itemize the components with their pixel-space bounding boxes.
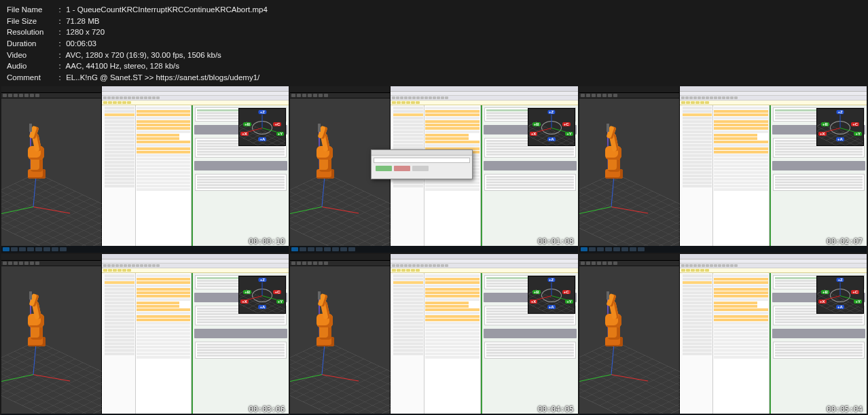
- windows-taskbar: [579, 246, 867, 253]
- viewport-canvas[interactable]: [290, 266, 390, 415]
- robot-arm-icon: [16, 294, 56, 352]
- extra-button[interactable]: [412, 166, 429, 171]
- axis-z-icon: +Z: [547, 110, 555, 114]
- axis-gizmo-overlay: +Z +B +C +X +Y +A: [528, 276, 575, 314]
- ide-toolbar: [102, 96, 289, 101]
- axis-z-icon: +Z: [836, 278, 844, 282]
- video-thumbnail[interactable]: +Z +B +C +X +Y +A 00:02:07: [579, 86, 867, 253]
- viewport-toolbar: [1, 261, 101, 266]
- viewport-titlebar: [290, 254, 390, 261]
- axis-a-icon: +A: [836, 137, 844, 141]
- label-file-name: File Name: [7, 4, 56, 16]
- windows-taskbar: [290, 246, 577, 253]
- start-button-icon[interactable]: [3, 247, 10, 251]
- viewport-titlebar: [1, 254, 101, 261]
- value-duration: 00:06:03: [66, 39, 96, 48]
- value-audio: AAC, 44100 Hz, stereo, 128 kb/s: [66, 62, 179, 70]
- viewport-pane: [579, 254, 680, 415]
- code-editor[interactable]: +Z +B +C +X +Y +A: [770, 105, 867, 247]
- axis-y-icon: +Y: [565, 300, 573, 304]
- ide-secondary-toolbar: [102, 101, 289, 105]
- axis-a-icon: +A: [547, 137, 556, 141]
- axis-y-icon: +Y: [565, 132, 573, 136]
- timestamp-overlay: 00:00:10: [249, 237, 285, 246]
- code-tooltip: [772, 329, 865, 338]
- value-comment: EL..K!nG @ Sanet.ST >> https://sanet.st/…: [66, 73, 259, 82]
- ide-secondary-toolbar: [391, 268, 577, 273]
- ide-toolbar: [391, 264, 577, 268]
- variable-table[interactable]: [424, 273, 481, 415]
- modal-dialog[interactable]: [371, 149, 473, 179]
- project-tree[interactable]: [680, 273, 714, 415]
- timestamp-overlay: 00:04:05: [538, 405, 574, 414]
- viewport-toolbar: [290, 93, 390, 98]
- robot-arm-icon: [593, 126, 634, 184]
- value-file-size: 71.28 MB: [66, 17, 99, 25]
- timestamp-overlay: 00:05:04: [827, 405, 863, 414]
- ide-pane: +Z +B +C +X +Y +A: [391, 254, 577, 415]
- axis-c-icon: +C: [273, 290, 281, 294]
- start-button-icon[interactable]: [581, 247, 587, 251]
- video-thumbnail[interactable]: +Z +B +C +X +Y +A 00:00:10: [1, 86, 289, 253]
- timestamp-overlay: 00:03:06: [249, 405, 285, 414]
- dialog-input[interactable]: [374, 158, 470, 163]
- value-file-name: 1 - QueueCountKRCInterruptKRCContinueKRC…: [66, 5, 268, 14]
- video-thumbnail[interactable]: +Z +B +C +X +Y +A: [290, 86, 577, 253]
- video-thumbnail[interactable]: +Z +B +C +X +Y +A 00:04:05: [290, 254, 577, 415]
- label-file-size: File Size: [7, 16, 56, 27]
- axis-z-icon: +Z: [259, 110, 266, 114]
- viewport-pane: [579, 86, 680, 253]
- project-tree[interactable]: [102, 105, 136, 247]
- robot-arm-icon: [304, 126, 345, 184]
- axis-x-icon: +X: [530, 132, 538, 136]
- windows-taskbar: [1, 246, 289, 253]
- label-audio: Audio: [7, 60, 56, 72]
- variable-table[interactable]: [713, 273, 770, 415]
- viewport-canvas[interactable]: [1, 98, 101, 253]
- ok-button[interactable]: [376, 166, 392, 171]
- axis-gizmo-overlay: +Z +B +C +X +Y +A: [816, 108, 864, 146]
- axis-a-icon: +A: [547, 305, 556, 309]
- axis-c-icon: +C: [851, 122, 859, 126]
- project-tree[interactable]: [680, 105, 714, 247]
- project-tree[interactable]: [391, 273, 424, 415]
- axis-a-icon: +A: [258, 305, 266, 309]
- code-editor[interactable]: +Z +B +C +X +Y +A: [481, 273, 578, 415]
- video-thumbnail[interactable]: +Z +B +C +X +Y +A 00:03:06: [1, 254, 289, 415]
- viewport-pane: [1, 86, 102, 253]
- robot-arm-icon: [16, 126, 56, 184]
- ide-toolbar: [680, 96, 867, 101]
- label-duration: Duration: [7, 38, 56, 50]
- robot-arm-icon: [593, 294, 634, 352]
- video-thumbnail[interactable]: +Z +B +C +X +Y +A 00:05:04: [579, 254, 867, 415]
- project-tree[interactable]: [102, 273, 136, 415]
- code-editor[interactable]: +Z +B +C +X +Y +A: [192, 273, 289, 415]
- label-comment: Comment: [7, 72, 56, 84]
- dialog-titlebar: [372, 150, 472, 156]
- code-tooltip: [194, 329, 287, 338]
- axis-x-icon: +X: [530, 300, 538, 304]
- start-button-icon[interactable]: [291, 247, 298, 251]
- ide-pane: +Z +B +C +X +Y +A: [680, 254, 867, 415]
- cancel-button[interactable]: [394, 166, 410, 171]
- ide-secondary-toolbar: [102, 268, 289, 273]
- axis-gizmo-overlay: +Z +B +C +X +Y +A: [238, 108, 286, 146]
- value-video: AVC, 1280 x 720 (16:9), 30.00 fps, 1506 …: [66, 51, 221, 59]
- code-editor[interactable]: +Z +B +C +X +Y +A: [192, 105, 289, 247]
- variable-table[interactable]: [713, 105, 770, 247]
- viewport-canvas[interactable]: [579, 266, 679, 415]
- viewport-toolbar: [579, 261, 679, 266]
- viewport-toolbar: [290, 261, 390, 266]
- variable-table[interactable]: [136, 105, 192, 247]
- ide-pane: +Z +B +C +X +Y +A: [680, 86, 867, 253]
- axis-y-icon: +Y: [276, 300, 285, 304]
- viewport-canvas[interactable]: [579, 98, 679, 253]
- ide-titlebar: [680, 86, 867, 92]
- viewport-pane: [290, 254, 391, 415]
- viewport-canvas[interactable]: [1, 266, 101, 415]
- variable-table[interactable]: [136, 273, 192, 415]
- code-editor[interactable]: +Z +B +C +X +Y +A: [481, 105, 578, 247]
- code-editor[interactable]: +Z +B +C +X +Y +A: [770, 273, 867, 415]
- axis-gizmo-overlay: +Z +B +C +X +Y +A: [238, 276, 286, 314]
- axis-y-icon: +Y: [854, 132, 862, 136]
